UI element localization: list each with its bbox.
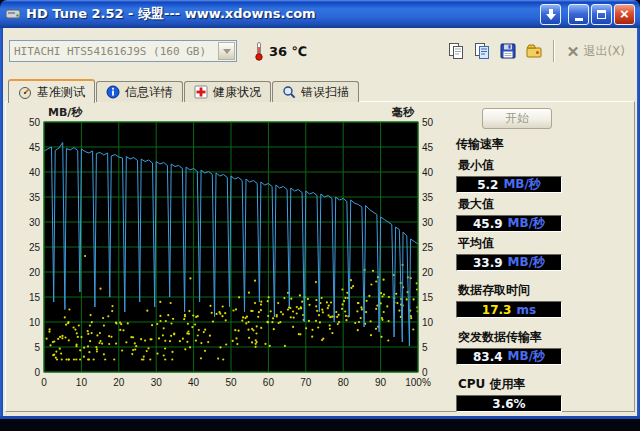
copy-text-icon <box>473 42 491 60</box>
tab-label: 信息详情 <box>125 84 173 101</box>
burst-rate-value: 83.4 <box>473 350 503 364</box>
max-label: 最大值 <box>458 196 632 213</box>
svg-text:MB/秒: MB/秒 <box>48 106 83 119</box>
maximize-icon <box>597 10 606 19</box>
app-icon <box>5 6 21 22</box>
svg-text:15: 15 <box>422 292 434 303</box>
access-time-label: 数据存取时间 <box>458 282 632 299</box>
avg-label: 平均值 <box>458 235 632 252</box>
info-icon <box>106 85 120 99</box>
svg-text:20: 20 <box>113 377 125 388</box>
tab-benchmark[interactable]: 基准测试 <box>8 79 95 103</box>
save-icon <box>499 42 517 60</box>
magnifier-icon <box>282 85 296 99</box>
svg-text:15: 15 <box>29 292 41 303</box>
transfer-rate-section-title: 传输速率 <box>456 136 632 153</box>
close-button[interactable]: × <box>614 4 635 25</box>
svg-text:45: 45 <box>29 142 41 153</box>
titlebar: HD Tune 2.52 - 绿盟--- www.xdowns.com × <box>0 0 640 28</box>
results-panel: 传输速率 最小值 5.2 MB/秒 最大值 45.9 MB/秒 平均值 33.9… <box>456 136 632 415</box>
drive-select-value: HITACHI HTS541616J9S (160 GB) <box>10 45 218 58</box>
tab-error-scan[interactable]: 错误扫描 <box>272 81 359 102</box>
svg-text:25: 25 <box>29 242 41 253</box>
avg-unit: MB/秒 <box>508 254 545 271</box>
exit-button[interactable]: ✕ 退出(X) <box>561 41 631 62</box>
start-button[interactable]: 开始 <box>482 108 552 129</box>
burst-rate-label: 突发数据传输率 <box>458 329 632 346</box>
burst-rate-value-box: 83.4 MB/秒 <box>456 348 562 365</box>
svg-text:5: 5 <box>34 342 40 353</box>
drive-select-combobox[interactable]: HITACHI HTS541616J9S (160 GB) <box>9 40 237 62</box>
cpu-usage-value-box: 3.6% <box>456 395 562 412</box>
svg-text:20: 20 <box>29 267 41 278</box>
tools-icon <box>525 42 543 60</box>
svg-text:30: 30 <box>29 217 41 228</box>
max-value-box: 45.9 MB/秒 <box>456 215 562 232</box>
access-time-value: 17.3 <box>482 303 512 317</box>
svg-text:100%: 100% <box>405 377 431 388</box>
copy-icon <box>447 42 465 60</box>
tab-info[interactable]: 信息详情 <box>96 81 183 102</box>
svg-text:0: 0 <box>422 367 428 378</box>
toolbar: HITACHI HTS541616J9S (160 GB) 36 ℃ <box>3 36 637 66</box>
cpu-usage-value: 3.6% <box>492 397 525 411</box>
svg-text:35: 35 <box>29 192 41 203</box>
svg-text:80: 80 <box>338 377 350 388</box>
tools-button[interactable] <box>521 39 547 63</box>
svg-text:30: 30 <box>422 217 434 228</box>
svg-text:20: 20 <box>422 267 434 278</box>
svg-text:60: 60 <box>263 377 275 388</box>
access-time-unit: ms <box>516 303 536 317</box>
avg-value: 33.9 <box>473 256 503 270</box>
svg-text:50: 50 <box>29 117 41 128</box>
temperature-indicator: 36 ℃ <box>253 41 307 61</box>
save-screenshot-button[interactable] <box>495 39 521 63</box>
tab-label: 健康状况 <box>213 84 261 101</box>
svg-text:0: 0 <box>34 367 40 378</box>
min-label: 最小值 <box>458 157 632 174</box>
toolbar-separator <box>553 40 555 62</box>
copy-screenshot-button[interactable] <box>443 39 469 63</box>
temperature-value: 36 ℃ <box>269 44 307 59</box>
access-time-value-box: 17.3 ms <box>456 301 562 318</box>
avg-value-box: 33.9 MB/秒 <box>456 254 562 271</box>
exit-label: 退出(X) <box>583 43 625 60</box>
max-value: 45.9 <box>473 217 503 231</box>
exit-x-icon: ✕ <box>567 44 580 59</box>
copy-text-button[interactable] <box>469 39 495 63</box>
benchmark-gauge-icon <box>18 85 32 99</box>
maximize-button[interactable] <box>591 4 612 25</box>
tab-label: 错误扫描 <box>301 84 349 101</box>
minimize-button[interactable] <box>568 4 589 25</box>
svg-text:25: 25 <box>422 242 434 253</box>
svg-text:45: 45 <box>422 142 434 153</box>
download-arrow-icon <box>545 8 557 20</box>
window-title: HD Tune 2.52 - 绿盟--- www.xdowns.com <box>26 5 540 23</box>
tab-health[interactable]: 健康状况 <box>184 81 271 102</box>
svg-text:35: 35 <box>422 192 434 203</box>
svg-text:0: 0 <box>41 377 47 388</box>
desktop-background <box>0 419 640 431</box>
cpu-usage-label: CPU 使用率 <box>458 376 632 393</box>
thermometer-icon <box>253 41 265 61</box>
svg-text:5: 5 <box>422 342 428 353</box>
download-button[interactable] <box>540 4 561 25</box>
svg-text:40: 40 <box>29 167 41 178</box>
minimize-icon <box>575 18 583 21</box>
svg-text:毫秒: 毫秒 <box>392 106 415 119</box>
svg-text:10: 10 <box>29 317 41 328</box>
svg-text:10: 10 <box>76 377 88 388</box>
svg-text:90: 90 <box>375 377 387 388</box>
client-area: HITACHI HTS541616J9S (160 GB) 36 ℃ <box>3 28 637 416</box>
chevron-down-icon <box>223 49 231 58</box>
svg-text:40: 40 <box>422 167 434 178</box>
tab-strip: 基准测试 信息详情 健康状况 错误扫描 <box>8 78 360 102</box>
close-icon: × <box>620 6 629 21</box>
min-unit: MB/秒 <box>503 176 540 193</box>
window-controls: × <box>540 4 635 25</box>
burst-rate-unit: MB/秒 <box>508 348 545 365</box>
max-unit: MB/秒 <box>508 215 545 232</box>
combobox-dropdown-button[interactable] <box>218 42 235 60</box>
svg-text:40: 40 <box>188 377 200 388</box>
health-cross-icon <box>194 85 208 99</box>
